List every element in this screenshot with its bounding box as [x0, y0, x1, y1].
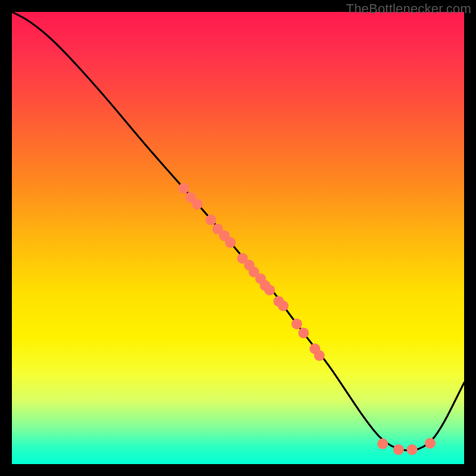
chart-markers: [178, 183, 436, 455]
chart-marker: [425, 438, 436, 449]
chart-marker: [278, 300, 289, 311]
chart-curve: [12, 12, 464, 450]
chart-marker: [393, 444, 404, 455]
chart-svg: [12, 12, 464, 464]
chart-marker: [264, 284, 275, 295]
chart-marker: [192, 199, 203, 209]
chart-marker: [225, 237, 236, 248]
chart-marker: [292, 318, 302, 329]
chart-marker: [407, 444, 418, 455]
chart-marker: [298, 328, 309, 339]
attribution-text: TheBottlenecker.com: [346, 1, 471, 17]
chart-marker: [205, 215, 216, 226]
chart-marker: [178, 183, 189, 193]
chart-marker: [377, 439, 388, 449]
chart-plot-area: [12, 12, 464, 464]
chart-frame: TheBottlenecker.com: [0, 0, 476, 476]
chart-marker: [314, 350, 325, 361]
